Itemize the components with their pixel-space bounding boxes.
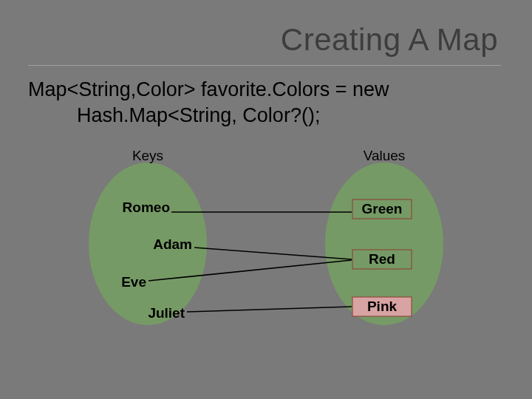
keys-header: Keys [132, 148, 163, 163]
value-green: Green [362, 201, 403, 216]
slide-title: Creating A Map [281, 22, 498, 58]
code-line-1: Map<String,Color> favorite.Colors = new [28, 77, 389, 103]
key-romeo: Romeo [123, 200, 170, 215]
key-juliet: Juliet [148, 305, 185, 321]
code-block: Map<String,Color> favorite.Colors = new … [28, 77, 389, 128]
key-adam: Adam [153, 236, 192, 252]
map-diagram: Keys Values Romeo Adam Eve Juliet Green … [0, 140, 532, 399]
value-pink: Pink [367, 299, 398, 314]
values-header: Values [364, 148, 406, 163]
edge-juliet-pink [187, 307, 352, 312]
key-eve: Eve [121, 274, 146, 290]
value-red: Red [369, 251, 395, 267]
title-underline [28, 65, 501, 66]
code-line-2: Hash.Map<String, Color?(); [28, 103, 389, 129]
